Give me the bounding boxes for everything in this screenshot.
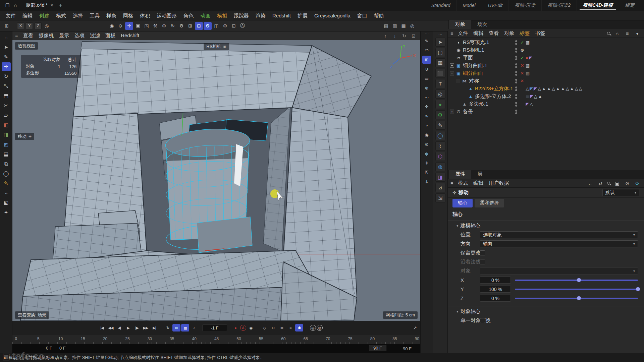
object-tag-icon[interactable]: ▨ — [526, 63, 530, 68]
axis-modify-icon[interactable]: ◳ — [143, 22, 151, 30]
current-frame-field[interactable]: -1 F — [202, 324, 227, 331]
menu-帮助[interactable]: 帮助 — [371, 11, 387, 20]
back-icon[interactable]: ← — [586, 179, 594, 187]
live-selection-icon[interactable]: ◉ — [108, 22, 116, 30]
cylinder-icon[interactable]: ◯ — [2, 169, 11, 178]
visibility-dots[interactable] — [514, 79, 519, 83]
camera-toggle-icon[interactable]: ▣ — [223, 45, 226, 49]
object-label[interactable]: 多边形.1 — [469, 101, 488, 107]
object-tag-icon[interactable]: ▲ — [556, 86, 560, 91]
magic-solo-icon[interactable]: ✦ — [2, 208, 11, 217]
object-row[interactable]: +▣细分曲面.1✕▨ — [448, 62, 644, 69]
gear2-icon[interactable]: ⚙ — [177, 22, 185, 30]
expand-toggle[interactable]: − — [450, 71, 454, 75]
menu-网格[interactable]: 网格 — [120, 11, 136, 20]
viewport-burger-icon[interactable]: ≡ — [15, 33, 18, 39]
magnet-icon[interactable]: ∪ — [422, 65, 431, 73]
enable-snap-icon[interactable]: ⊟ — [195, 22, 203, 30]
solo-icon[interactable]: ▣ — [134, 22, 142, 30]
menu-模式[interactable]: 模式 — [53, 11, 69, 20]
menu-动画[interactable]: 动画 — [197, 11, 213, 20]
prev-frame-button[interactable]: ◀| — [115, 324, 123, 331]
object-label[interactable]: RS相机.1 — [463, 47, 484, 53]
om-menu-编辑[interactable]: 编辑 — [471, 30, 486, 37]
triangle-ruler-icon[interactable]: ⊿ — [435, 183, 445, 192]
preset-dropdown[interactable]: 默认 ▾ — [602, 189, 639, 196]
viewport-menu-选项[interactable]: 选项 — [72, 33, 87, 39]
menu-模拟[interactable]: 模拟 — [214, 11, 230, 20]
menu-创建[interactable]: 创建 — [36, 11, 52, 20]
autokey-button[interactable]: ✱ — [295, 324, 303, 331]
brush-icon[interactable]: ✎ — [2, 179, 11, 188]
solo-anim-button[interactable]: ◎ — [310, 325, 316, 331]
object-tag-icon[interactable]: △ — [566, 86, 569, 91]
plane-icon[interactable]: ▭ — [422, 74, 431, 82]
expand-toggle[interactable]: + — [450, 110, 454, 114]
render-marked-icon[interactable]: ▥ — [391, 22, 399, 30]
layout-UVEdit[interactable]: UVEdit — [482, 0, 509, 11]
scale-tool-icon[interactable]: ⤡ — [2, 82, 11, 90]
arc-icon[interactable]: ◠ — [422, 46, 431, 54]
snap-frame-button[interactable]: ▦ — [181, 324, 189, 331]
object-label[interactable]: 备份 — [463, 109, 473, 115]
gear-icon[interactable]: ⚙ — [160, 22, 168, 30]
位置-dropdown[interactable]: 选取对象▾ — [480, 231, 638, 238]
range-start-field[interactable]: 0 F — [46, 346, 52, 351]
object-tag-icon[interactable]: △ — [526, 86, 529, 91]
object-tag-icon[interactable]: ▲ — [542, 86, 546, 91]
knife-icon[interactable]: ✂ — [2, 101, 11, 110]
workplane-grid-icon[interactable]: ⊞ — [186, 22, 194, 30]
attr-tab-属性[interactable]: 属性 — [449, 170, 471, 179]
viewport-menu-摄像机[interactable]: 摄像机 — [36, 33, 56, 39]
bevel-icon[interactable]: ⬓ — [2, 150, 11, 159]
cube-purple-icon[interactable]: ◨ — [435, 173, 445, 182]
object-tag-icon[interactable]: ◤ — [530, 86, 533, 91]
object-row[interactable]: −▣细分曲面✕▨ — [448, 69, 644, 77]
rotate-tool-icon[interactable]: ↻ — [169, 22, 177, 30]
group-header-建模轴心[interactable]: ▾建模轴心 — [448, 221, 644, 230]
prev-key-button[interactable]: ◀◀ — [107, 324, 115, 331]
layout-夜猫-渲染[interactable]: 夜猫-渲染 — [508, 0, 541, 11]
preview-range-bar[interactable]: 0 F 0 F 90 F 90 F — [12, 344, 420, 353]
render-view-icon[interactable]: ▤ — [382, 22, 390, 30]
boole-icon[interactable]: ⊕ — [422, 84, 431, 92]
attr-menu-用户数据[interactable]: 用户数据 — [486, 180, 512, 186]
om-tab-场次[interactable]: 场次 — [471, 20, 493, 29]
render-settings-icon[interactable]: ▦ — [399, 22, 408, 30]
character-tool-icon[interactable]: ⚒ — [151, 22, 159, 30]
object-row[interactable]: +▲多边形-立方体.2◼◤△▲ — [448, 93, 644, 100]
cube-icon[interactable]: ⬛ — [435, 69, 445, 78]
沿着法线-checkbox[interactable] — [480, 259, 485, 264]
interactive-render-icon[interactable]: ◎ — [408, 22, 416, 30]
attr-burger-icon[interactable]: ≡ — [450, 181, 453, 186]
visibility-dots[interactable] — [514, 110, 519, 114]
goto-end-button[interactable]: ▶| — [150, 324, 158, 331]
circle-blue-icon[interactable]: ◯ — [435, 131, 445, 140]
object-tag-icon[interactable]: ▨ — [526, 71, 530, 76]
object-tag-icon[interactable]: ● — [526, 55, 528, 60]
Z-slider-knob[interactable] — [577, 296, 581, 300]
object-row[interactable]: +∅备份 — [448, 108, 644, 116]
autokey-ring-button[interactable]: A — [240, 325, 246, 331]
object-tag-icon[interactable]: △ — [552, 86, 555, 91]
Y-slider[interactable] — [515, 289, 638, 290]
attr-tab-层[interactable]: 层 — [471, 170, 488, 179]
polygon-pen-icon[interactable]: ▱ — [2, 111, 11, 120]
menu-工具[interactable]: 工具 — [87, 11, 103, 20]
box-mode-icon[interactable]: ⊡ — [230, 22, 238, 30]
X-value-field[interactable]: 0 % — [480, 277, 511, 284]
quantize-icon[interactable]: ◫ — [212, 22, 220, 30]
om-menu-查看[interactable]: 查看 — [486, 30, 501, 37]
maximize-view-icon[interactable]: ⊡ — [410, 32, 418, 40]
array-icon[interactable]: ⊞ — [422, 56, 431, 64]
key-position-button[interactable]: ◇ — [260, 324, 268, 331]
方向-dropdown[interactable]: 轴向▾ — [480, 240, 638, 247]
play-button[interactable]: ▶ — [124, 324, 132, 331]
object-row[interactable]: +▲多边形.1◤△ — [448, 100, 644, 108]
menu-渲染[interactable]: 渲染 — [253, 11, 269, 20]
Y-value-field[interactable]: 100 % — [480, 286, 511, 293]
extrude-icon[interactable]: ⬒ — [2, 92, 11, 100]
menu-扩展[interactable]: 扩展 — [294, 11, 311, 20]
menu-选择[interactable]: 选择 — [70, 11, 86, 20]
loop-button[interactable]: ↻ — [164, 324, 172, 331]
